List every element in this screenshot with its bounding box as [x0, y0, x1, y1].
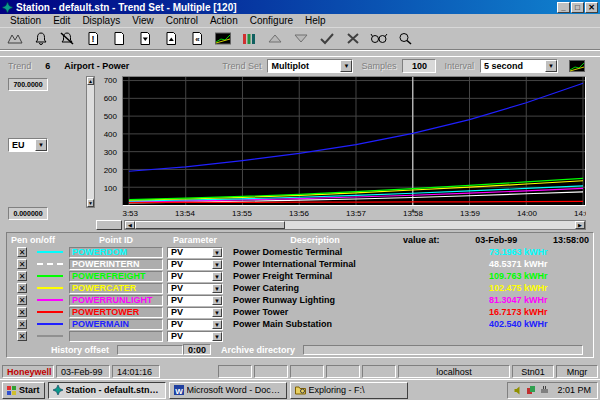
pen-onoff-checkbox[interactable]: ✕	[17, 319, 27, 329]
word-icon: W	[174, 385, 184, 395]
chevron-down-icon[interactable]: ▼	[545, 60, 557, 72]
trend-type-button[interactable]	[564, 58, 590, 74]
chevron-down-icon[interactable]: ▼	[212, 296, 222, 305]
interval-select[interactable]: 5 second ▼	[480, 59, 558, 73]
blank-page-button[interactable]	[107, 29, 131, 48]
accept-button[interactable]	[315, 29, 339, 48]
point-id-field[interactable]: POWERINTERN	[69, 259, 163, 270]
scroll-right-icon[interactable]: ▶	[575, 221, 585, 229]
page-up-button[interactable]	[159, 29, 183, 48]
zoom-button[interactable]	[393, 29, 417, 48]
menu-configure[interactable]: Configure	[244, 14, 299, 27]
parameter-select[interactable]: PV▼	[167, 295, 223, 306]
pen-color-sample	[37, 323, 63, 325]
start-button[interactable]: Start	[2, 382, 45, 399]
scale-min-input[interactable]: 0.000000	[8, 207, 48, 220]
point-id-field[interactable]: POWERRUNLIGHT	[69, 295, 163, 306]
chevron-down-icon[interactable]: ▼	[35, 139, 47, 151]
pen-onoff-checkbox[interactable]: ✕	[17, 283, 27, 293]
title-bar[interactable]: Station - default.stn - Trend Set - Mult…	[0, 0, 600, 14]
cursor-marker-icon[interactable]: ▴	[411, 208, 415, 214]
pen-onoff-checkbox[interactable]: ✕	[17, 247, 27, 257]
chevron-down-icon[interactable]: ▼	[212, 332, 222, 341]
chevron-down-icon[interactable]: ▼	[340, 60, 352, 72]
pen-onoff-checkbox[interactable]: ✕	[17, 307, 27, 317]
menu-help[interactable]: Help	[299, 14, 332, 27]
taskbar-task[interactable]: Exploring - F:\	[290, 382, 408, 399]
maximize-button[interactable]: □	[571, 2, 584, 13]
menu-station[interactable]: Station	[4, 14, 47, 27]
parameter-select[interactable]: PV▼	[167, 271, 223, 282]
scroll-down-icon[interactable]: ▼	[87, 199, 94, 207]
point-id-field[interactable]	[69, 331, 163, 342]
parameter-select[interactable]: PV▼	[167, 259, 223, 270]
pen-description: Power Main Substation	[227, 319, 489, 329]
trend-set-select[interactable]: Multiplot ▼	[267, 59, 353, 73]
scroll-corner-button[interactable]	[96, 220, 122, 230]
chevron-down-icon[interactable]: ▼	[212, 260, 222, 269]
chevron-down-icon[interactable]: ▼	[212, 248, 222, 257]
menu-displays[interactable]: Displays	[76, 14, 126, 27]
chevron-down-icon[interactable]: ▼	[212, 308, 222, 317]
history-offset-time[interactable]: 0:00	[183, 344, 211, 355]
scroll-left-icon[interactable]: ◀	[125, 221, 135, 229]
pen-onoff-checkbox[interactable]: ✕	[17, 331, 27, 341]
alarm-button[interactable]	[29, 29, 53, 48]
raise-button[interactable]	[263, 29, 287, 48]
samples-input[interactable]: 100	[402, 59, 436, 73]
menu-edit[interactable]: Edit	[47, 14, 76, 27]
page-down-button[interactable]	[133, 29, 157, 48]
parameter-select[interactable]: PV▼	[167, 331, 223, 342]
chevron-down-icon[interactable]: ▼	[212, 272, 222, 281]
chevron-down-icon[interactable]: ▼	[212, 320, 222, 329]
page-recall-button[interactable]: «	[185, 29, 209, 48]
scale-unit-select[interactable]: EU ▼	[8, 138, 48, 152]
scrollbar-thumb[interactable]	[135, 221, 285, 229]
point-id-field[interactable]: POWERFREIGHT	[69, 271, 163, 282]
taskbar-task[interactable]: Station - default.stn -...	[48, 382, 166, 399]
close-button[interactable]: ✕	[585, 2, 598, 13]
parameter-select[interactable]: PV▼	[167, 307, 223, 318]
history-offset-input[interactable]	[117, 345, 183, 355]
taskbar-task[interactable]: WMicrosoft Word - Document1	[169, 382, 287, 399]
y-tick-label: 700	[104, 76, 117, 85]
interval-value: 5 second	[481, 61, 545, 71]
chevron-down-icon[interactable]: ▼	[212, 284, 222, 293]
scale-max-input[interactable]: 700.0000	[8, 78, 48, 91]
menu-control[interactable]: Control	[160, 14, 204, 27]
point-id-field[interactable]: POWERCATER	[69, 283, 163, 294]
menu-view[interactable]: View	[126, 14, 160, 27]
pen-onoff-checkbox[interactable]: ✕	[17, 271, 27, 281]
pen-onoff-checkbox[interactable]: ✕	[17, 295, 27, 305]
alarm-silence-button[interactable]	[55, 29, 79, 48]
vertical-scale-scrollbar[interactable]: ▲ ▼	[86, 76, 95, 208]
point-id-field[interactable]: POWERMAIN	[69, 319, 163, 330]
status-cell-empty	[254, 365, 288, 378]
trend-number[interactable]: 6	[45, 61, 50, 71]
trend-plot[interactable]	[122, 76, 586, 206]
alarm-page-button[interactable]: !	[81, 29, 105, 48]
point-id-field[interactable]: POWERTOWER	[69, 307, 163, 318]
parameter-select[interactable]: PV▼	[167, 247, 223, 258]
time-scrollbar[interactable]: ◀ ▶	[124, 220, 586, 230]
svg-text:W: W	[175, 387, 183, 396]
lower-button[interactable]	[289, 29, 313, 48]
station-network-button[interactable]	[3, 29, 27, 48]
scroll-up-icon[interactable]: ▲	[87, 77, 94, 85]
menu-action[interactable]: Action	[204, 14, 244, 27]
point-id-field[interactable]: POWERDOM	[69, 247, 163, 258]
cancel-button[interactable]	[341, 29, 365, 48]
parameter-select[interactable]: PV▼	[167, 283, 223, 294]
find-button[interactable]	[367, 29, 391, 48]
pen-value: 402.540 kWHr	[489, 319, 589, 329]
cards-icon[interactable]	[527, 386, 536, 395]
group-display-button[interactable]	[237, 29, 261, 48]
trend-display-button[interactable]	[211, 29, 235, 48]
volume-icon[interactable]	[514, 386, 523, 395]
minimize-button[interactable]: _	[557, 2, 570, 13]
parameter-select[interactable]: PV▼	[167, 319, 223, 330]
power-icon[interactable]	[540, 386, 549, 395]
pen-onoff-checkbox[interactable]: ✕	[17, 259, 27, 269]
pen-value: 109.763 kWHr	[489, 271, 589, 281]
archive-directory-input[interactable]	[303, 345, 583, 355]
